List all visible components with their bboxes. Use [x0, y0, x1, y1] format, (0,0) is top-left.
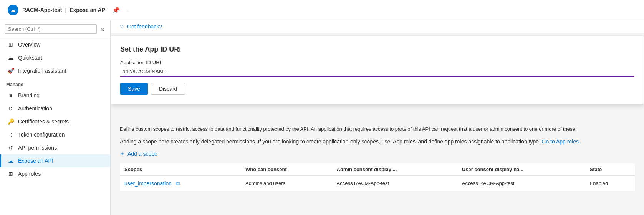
- sidebar-item-label: Authentication: [18, 105, 52, 112]
- integration-icon: 🚀: [7, 67, 14, 74]
- sidebar-item-label: Quickstart: [18, 55, 42, 61]
- header: ☁ RACM-App-test | Expose an API 📌 ···: [0, 0, 644, 20]
- sidebar-item-label: Integration assistant: [18, 68, 66, 74]
- quickstart-icon: ☁: [7, 54, 14, 61]
- copy-icon[interactable]: ⧉: [173, 179, 182, 188]
- scope-link[interactable]: user_impersonation: [124, 180, 172, 186]
- add-scope-button[interactable]: ＋ Add a scope: [120, 150, 157, 157]
- overview-icon: ⊞: [7, 41, 14, 48]
- app-roles-icon: ⊞: [7, 170, 14, 177]
- scopes-table: Scopes Who can consent Admin consent dis…: [120, 163, 635, 192]
- sidebar-item-label: Expose an API: [18, 158, 53, 164]
- sidebar-item-token-configuration[interactable]: ⫶ Token configuration: [0, 128, 110, 141]
- sidebar-item-overview[interactable]: ⊞ Overview: [0, 38, 110, 51]
- sidebar-search-container: «: [0, 20, 110, 38]
- col-user-consent: User consent display na...: [457, 163, 585, 176]
- sidebar-item-label: App roles: [18, 171, 41, 177]
- description-2: Adding a scope here creates only delegat…: [120, 138, 635, 146]
- certificates-icon: 🔑: [7, 118, 14, 125]
- sidebar-item-quickstart[interactable]: ☁ Quickstart: [0, 51, 110, 64]
- app-name: RACM-App-test: [22, 7, 62, 13]
- scope-name-cell: user_impersonation ⧉: [120, 175, 241, 191]
- state-cell: Enabled: [585, 175, 635, 191]
- main-content: Define custom scopes to restrict access …: [111, 118, 644, 199]
- user-consent-cell: Access RACM-App-test: [457, 175, 585, 191]
- logo-icon: ☁: [10, 7, 16, 13]
- feedback-bar: ♡ Got feedback?: [111, 20, 644, 33]
- modal-title: Set the App ID URI: [120, 45, 634, 53]
- add-scope-label: Add a scope: [127, 151, 157, 157]
- col-admin-consent: Admin consent display ...: [332, 163, 457, 176]
- token-icon: ⫶: [7, 131, 14, 138]
- app-id-uri-input[interactable]: [120, 67, 634, 77]
- sidebar: « ⊞ Overview ☁ Quickstart 🚀 Integration …: [0, 20, 111, 215]
- content-area: ♡ Got feedback? Set the App ID URI Appli…: [111, 20, 644, 215]
- page-title: Expose an API: [70, 7, 107, 13]
- plus-icon: ＋: [120, 150, 125, 157]
- sidebar-item-label: Token configuration: [18, 132, 65, 138]
- app-id-uri-label: Application ID URI: [120, 60, 634, 65]
- app-logo: ☁: [8, 5, 18, 15]
- discard-button[interactable]: Discard: [151, 83, 185, 95]
- modal-actions: Save Discard: [120, 83, 634, 95]
- table-body: user_impersonation ⧉ Admins and users Ac…: [120, 175, 635, 191]
- sidebar-item-label: Certificates & secrets: [18, 118, 69, 125]
- main-layout: « ⊞ Overview ☁ Quickstart 🚀 Integration …: [0, 20, 644, 215]
- sidebar-item-expose-an-api[interactable]: ☁ Expose an API: [0, 154, 110, 167]
- pin-button[interactable]: 📌: [111, 5, 121, 15]
- sidebar-item-authentication[interactable]: ↺ Authentication: [0, 102, 110, 115]
- expose-api-icon: ☁: [7, 157, 14, 164]
- set-app-id-modal: Set the App ID URI Application ID URI Sa…: [111, 36, 644, 104]
- feedback-label[interactable]: Got feedback?: [127, 23, 162, 30]
- header-title: RACM-App-test | Expose an API: [22, 7, 107, 13]
- table-header: Scopes Who can consent Admin consent dis…: [120, 163, 635, 176]
- search-input[interactable]: [5, 24, 97, 34]
- go-to-app-roles-link[interactable]: Go to App roles.: [542, 138, 580, 145]
- title-separator: |: [65, 7, 66, 13]
- save-button[interactable]: Save: [120, 83, 148, 95]
- sidebar-item-certificates[interactable]: 🔑 Certificates & secrets: [0, 115, 110, 128]
- sidebar-item-api-permissions[interactable]: ↺ API permissions: [0, 141, 110, 154]
- heart-icon: ♡: [120, 23, 125, 30]
- more-options-button[interactable]: ···: [125, 5, 133, 15]
- description-1: Define custom scopes to restrict access …: [120, 125, 635, 133]
- sidebar-item-branding[interactable]: ≡ Branding: [0, 89, 110, 102]
- col-state: State: [585, 163, 635, 176]
- sidebar-item-integration-assistant[interactable]: 🚀 Integration assistant: [0, 64, 110, 77]
- branding-icon: ≡: [7, 92, 14, 99]
- authentication-icon: ↺: [7, 105, 14, 112]
- col-scopes: Scopes: [120, 163, 241, 176]
- api-permissions-icon: ↺: [7, 144, 14, 151]
- sidebar-item-label: Overview: [18, 42, 40, 48]
- col-who-can-consent: Who can consent: [241, 163, 332, 176]
- who-can-consent-cell: Admins and users: [241, 175, 332, 191]
- collapse-sidebar-button[interactable]: «: [99, 25, 106, 33]
- table-row: user_impersonation ⧉ Admins and users Ac…: [120, 175, 635, 191]
- admin-consent-cell: Access RACM-App-test: [332, 175, 457, 191]
- manage-section-label: Manage: [0, 77, 110, 89]
- sidebar-item-app-roles[interactable]: ⊞ App roles: [0, 167, 110, 180]
- sidebar-item-label: API permissions: [18, 145, 57, 151]
- sidebar-item-label: Branding: [18, 92, 40, 98]
